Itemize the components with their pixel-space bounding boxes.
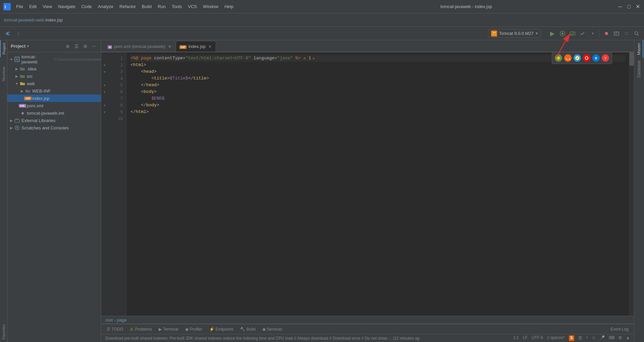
code-line-10[interactable] (130, 115, 625, 122)
indent[interactable]: 2 spaces* (547, 335, 565, 341)
menu-file[interactable]: File (13, 3, 26, 10)
tab-pom-close[interactable]: ✕ (167, 44, 172, 49)
menu-view[interactable]: View (40, 3, 55, 10)
project-tab[interactable]: Project (0, 40, 7, 57)
code-line-1[interactable]: <%@ page contentType = "text/html;charse… (130, 55, 625, 62)
favorites-tab[interactable]: Favorites (0, 322, 7, 342)
code-head-tag: head (144, 68, 154, 75)
lang-toggle[interactable]: 英 (578, 335, 582, 341)
code-content[interactable]: <%@ page contentType = "text/html;charse… (126, 52, 629, 316)
tab-services[interactable]: ◉ Services (260, 326, 285, 333)
navigate-forward-button[interactable] (13, 29, 23, 38)
code-line-3[interactable]: < head > (130, 68, 625, 75)
gutter-6: ▾ (101, 89, 108, 95)
tab-endpoints[interactable]: ⚡ Endpoints (207, 326, 236, 333)
firefox-icon[interactable]: 🦊 (564, 54, 572, 62)
menu-window[interactable]: Window (200, 3, 221, 10)
breadcrumb-folder[interactable]: web (36, 17, 44, 22)
menu-code[interactable]: Code (79, 3, 95, 10)
tab-todo[interactable]: ☰ TODO (104, 326, 126, 333)
menu-navigate[interactable]: Navigate (55, 3, 78, 10)
run-button[interactable]: ▶ (548, 29, 557, 38)
opera-icon[interactable]: O (583, 54, 590, 62)
scrollbar-thumb[interactable] (629, 52, 634, 66)
tree-item-scratches[interactable]: ▶ Scratches and Consoles (7, 124, 101, 131)
code-line-9[interactable]: </ html > (130, 109, 625, 115)
footer-child[interactable]: page (117, 318, 127, 323)
tree-item-pom[interactable]: ▶ XML pom.xml (7, 102, 101, 109)
maximize-button[interactable]: □ (626, 4, 632, 10)
menu-edit[interactable]: Edit (26, 3, 39, 10)
tab-index-close[interactable]: ✕ (208, 44, 212, 49)
tree-item-iml[interactable]: ▶ ◆ tomcat-javaweb.iml (7, 109, 101, 117)
code-line-4[interactable]: < title > $Title$ </ title > (130, 75, 625, 82)
stop-button[interactable]: ⏹ (602, 29, 611, 38)
code-line-8[interactable]: </ body > (130, 102, 625, 109)
menu-run[interactable]: Run (155, 3, 168, 10)
tab-terminal[interactable]: ▶ Terminal (156, 326, 181, 333)
menu-tools[interactable]: Tools (169, 3, 184, 10)
vivaldi-icon[interactable]: V (602, 54, 609, 62)
tree-item-index-jsp[interactable]: ▶ JSP index.jsp (7, 95, 101, 102)
tab-event-log[interactable]: Event Log (608, 326, 631, 333)
footer-sep: › (114, 318, 115, 323)
tree-item-ext-libs[interactable]: ▶ External Libraries (7, 117, 101, 124)
run-dropdown-button[interactable]: ▾ (588, 29, 597, 38)
tree-item-web[interactable]: ▼ web (7, 80, 101, 87)
mic-icon[interactable]: 🎤 (600, 335, 605, 341)
footer-root[interactable]: root (105, 318, 113, 323)
code-line-6[interactable]: < body > (130, 89, 625, 95)
safari-icon[interactable]: 🧭 (574, 54, 581, 62)
edit-configs-button[interactable] (612, 29, 621, 38)
code-line-2[interactable]: < html > (130, 62, 625, 68)
sidebar-collapse-button[interactable]: ☰ (73, 43, 80, 50)
right-tab-database[interactable]: Database (635, 58, 643, 80)
minimize-button[interactable]: ─ (617, 4, 623, 10)
tab-index-jsp[interactable]: JSP index.jsp ✕ (176, 41, 216, 52)
code-line-7[interactable]: $END$ (130, 95, 625, 102)
tree-item-web-inf[interactable]: ▶ WEB-INF (7, 87, 101, 95)
run-config-dropdown[interactable]: ▾ (536, 31, 538, 36)
vertical-scrollbar[interactable] (629, 52, 634, 316)
sidebar-locate-button[interactable]: ⊕ (64, 43, 71, 50)
tab-pom-xml[interactable]: m pom.xml (tomcat-javaweb) ✕ (104, 41, 176, 52)
search-everywhere-button[interactable] (632, 29, 641, 38)
navigate-back-button[interactable] (3, 29, 12, 38)
breadcrumb-project[interactable]: tomcat-javaweb (4, 17, 35, 22)
line-ending[interactable]: LF (523, 335, 528, 341)
tree-item-idea[interactable]: ▶ .idea (7, 65, 101, 72)
encoding[interactable]: UTF-8 (532, 335, 543, 341)
tree-item-root[interactable]: ▼ tomcat-javaweb C:\Users\cfx\tomcat-jav… (7, 54, 101, 65)
tree-item-src[interactable]: ▶ src (7, 72, 101, 80)
tab-profiler[interactable]: ◉ Profiler (182, 326, 205, 333)
code-title-tag-close: title (193, 75, 206, 82)
tree-label-iml: tomcat-javaweb.iml (27, 111, 101, 116)
structure-tab[interactable]: Structure (0, 64, 7, 84)
tab-build[interactable]: 🔨 Build (237, 326, 258, 333)
keyboard-icon[interactable]: ⌨ (609, 335, 614, 341)
sidebar-hide-button[interactable]: ─ (90, 43, 98, 50)
run-config-selector[interactable]: 🐱 Tomcat 9.0.0.M27 ▾ (488, 29, 541, 38)
emoji-icon[interactable]: ☺ (592, 335, 596, 341)
iml-file-icon: ◆ (19, 110, 25, 116)
chrome-icon[interactable] (555, 54, 562, 62)
coverage-button[interactable] (568, 29, 577, 38)
menu-bar: File Edit View Navigate Code Analyze Ref… (13, 3, 315, 10)
menu-build[interactable]: Build (139, 3, 154, 10)
right-tab-maven[interactable]: Maven (635, 40, 643, 58)
edge-icon[interactable]: e (592, 54, 600, 62)
profile-button[interactable] (578, 29, 587, 38)
sidebar-settings-button[interactable]: ⚙ (82, 43, 89, 50)
sidebar-title-dropdown[interactable]: ▾ (27, 44, 29, 49)
cursor-position[interactable]: 1:1 (513, 335, 519, 341)
close-button[interactable]: ✕ (635, 4, 641, 10)
code-line-5[interactable]: </ head > (130, 82, 625, 89)
menu-help[interactable]: Help (222, 3, 236, 10)
frame-button[interactable]: □ (622, 29, 631, 38)
debug-button[interactable] (558, 29, 567, 38)
svg-point-3 (561, 33, 564, 35)
menu-analyze[interactable]: Analyze (95, 3, 116, 10)
menu-refactor[interactable]: Refactor (117, 3, 139, 10)
tab-problems[interactable]: ⚠ Problems (127, 326, 155, 333)
menu-vcs[interactable]: VCS (185, 3, 200, 10)
